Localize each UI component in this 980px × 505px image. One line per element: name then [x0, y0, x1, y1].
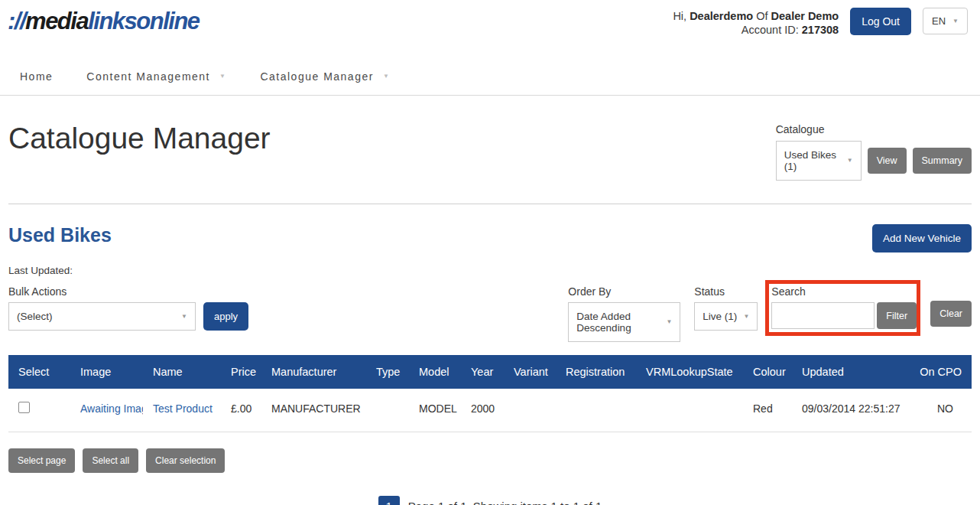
catalogue-select-value: Used Bikes (1)	[784, 149, 847, 172]
col-header-model: Model	[409, 355, 461, 389]
table-header-row: Select Image Name Price Manufacturer Typ…	[8, 355, 972, 389]
col-header-type: Type	[366, 355, 409, 389]
cell-model: MODEL	[409, 389, 461, 432]
greeting-dealer-name: Dealer Demo	[771, 10, 839, 22]
bulk-actions-value: (Select)	[17, 311, 53, 322]
col-header-year: Year	[461, 355, 504, 389]
catalogue-controls: Used Bikes (1) ▼ View Summary	[776, 141, 972, 181]
cell-image: Awaiting Image	[70, 389, 143, 432]
chevron-down-icon: ▼	[181, 314, 187, 320]
language-selector[interactable]: EN ▼	[923, 8, 968, 34]
account-id-line: Account ID: 217308	[673, 23, 839, 37]
search-group: Search Filter	[771, 285, 917, 329]
status-group: Status Live (1) ▼	[694, 285, 758, 331]
status-label: Status	[694, 285, 758, 298]
col-header-on-cpo: On CPO	[907, 355, 972, 389]
apply-button[interactable]: apply	[203, 302, 248, 331]
cell-colour: Red	[743, 389, 792, 432]
chevron-down-icon: ▼	[666, 319, 672, 325]
last-updated-label: Last Updated:	[8, 265, 972, 276]
filters-row: Bulk Actions (Select) ▼ apply Order By D…	[0, 276, 980, 342]
nav-home-label: Home	[20, 70, 53, 83]
catalogue-label: Catalogue	[776, 123, 972, 135]
cell-vrmlookupstate	[636, 389, 743, 432]
cell-registration	[556, 389, 636, 432]
summary-button[interactable]: Summary	[913, 148, 972, 174]
chevron-down-icon: ▼	[847, 158, 853, 164]
cell-price: £.00	[221, 389, 261, 432]
order-by-value: Date Added Descending	[576, 311, 666, 334]
page-head: Catalogue Manager Catalogue Used Bikes (…	[0, 96, 980, 181]
language-value: EN	[932, 15, 946, 27]
logout-button[interactable]: Log Out	[850, 8, 911, 35]
page-number-button[interactable]: 1	[378, 496, 400, 505]
medialinksonline-logo[interactable]: ://medialinksonline	[8, 6, 200, 37]
col-header-colour: Colour	[743, 355, 792, 389]
account-id-label: Account ID:	[741, 24, 802, 36]
add-new-vehicle-button[interactable]: Add New Vehicle	[872, 224, 972, 252]
cell-select	[8, 389, 70, 432]
search-label: Search	[771, 285, 917, 298]
bulk-actions-label: Bulk Actions	[8, 285, 248, 298]
order-by-select[interactable]: Date Added Descending ▼	[568, 302, 680, 342]
selection-buttons-row: Select page Select all Clear selection	[8, 448, 972, 473]
user-greeting: Hi, Dealerdemo Of Dealer Demo Account ID…	[673, 8, 839, 37]
pagination: 1 Page 1 of 1. Showing items 1 to 1 of 1	[0, 496, 980, 505]
status-value: Live (1)	[703, 311, 737, 322]
nav-item-catalogue-manager[interactable]: Catalogue Manager ▼	[260, 70, 390, 83]
row-checkbox[interactable]	[18, 402, 30, 413]
section-title: Used Bikes	[8, 224, 112, 246]
col-header-updated: Updated	[792, 355, 907, 389]
view-button[interactable]: View	[868, 148, 907, 174]
clear-wrap: Clear	[930, 285, 972, 327]
catalogue-select[interactable]: Used Bikes (1) ▼	[776, 141, 862, 181]
filter-button[interactable]: Filter	[877, 302, 917, 329]
cell-updated: 09/03/2014 22:51:27	[792, 389, 907, 432]
clear-button[interactable]: Clear	[930, 301, 972, 327]
greeting-hi: Hi,	[673, 10, 690, 22]
pagination-summary: Page 1 of 1. Showing items 1 to 1 of 1	[408, 500, 602, 505]
status-select[interactable]: Live (1) ▼	[694, 302, 758, 331]
bulk-actions-select[interactable]: (Select) ▼	[8, 302, 196, 331]
col-header-name: Name	[143, 355, 221, 389]
chevron-down-icon: ▼	[952, 18, 959, 24]
header-right: Hi, Dealerdemo Of Dealer Demo Account ID…	[673, 6, 968, 37]
logo-prefix: ://	[8, 8, 25, 34]
cell-on-cpo: NO	[907, 389, 972, 432]
col-header-variant: Variant	[504, 355, 556, 389]
greeting-of: Of	[753, 10, 771, 22]
bulk-actions-group: Bulk Actions (Select) ▼ apply	[8, 285, 248, 331]
col-header-vrmlookupstate: VRMLookupState	[636, 355, 743, 389]
nav-item-content-management[interactable]: Content Management ▼	[86, 70, 226, 83]
select-page-button[interactable]: Select page	[8, 448, 75, 473]
chevron-down-icon: ▼	[383, 73, 390, 80]
account-id-value: 217308	[802, 24, 839, 36]
cell-manufacturer: MANUFACTURER	[261, 389, 366, 432]
col-header-manufacturer: Manufacturer	[261, 355, 366, 389]
greeting-username: Dealerdemo	[690, 10, 753, 22]
chevron-down-icon: ▼	[219, 73, 226, 80]
search-input[interactable]	[771, 302, 875, 329]
nav-content-management-label: Content Management	[86, 70, 210, 83]
clear-selection-button[interactable]: Clear selection	[146, 448, 225, 473]
main-nav: Home Content Management ▼ Catalogue Mana…	[0, 47, 980, 96]
logo-part1: media	[25, 8, 88, 34]
cell-type	[366, 389, 409, 432]
catalogue-picker: Catalogue Used Bikes (1) ▼ View Summary	[776, 122, 972, 181]
product-name-link[interactable]: Test Product	[153, 402, 213, 415]
cell-name: Test Product	[143, 389, 221, 432]
top-header: ://medialinksonline Hi, Dealerdemo Of De…	[0, 0, 980, 47]
cell-year: 2000	[461, 389, 504, 432]
chevron-down-icon: ▼	[743, 314, 749, 320]
col-header-select: Select	[8, 355, 70, 389]
nav-item-home[interactable]: Home	[20, 70, 53, 83]
table-row: Awaiting Image Test Product £.00 MANUFAC…	[8, 389, 972, 432]
awaiting-image-link[interactable]: Awaiting Image	[80, 402, 143, 415]
cell-variant	[504, 389, 556, 432]
order-by-label: Order By	[568, 285, 680, 298]
order-by-group: Order By Date Added Descending ▼	[568, 285, 680, 342]
select-all-button[interactable]: Select all	[83, 448, 138, 473]
catalogue-table: Select Image Name Price Manufacturer Typ…	[8, 355, 972, 432]
nav-catalogue-manager-label: Catalogue Manager	[260, 70, 373, 83]
col-header-image: Image	[70, 355, 143, 389]
